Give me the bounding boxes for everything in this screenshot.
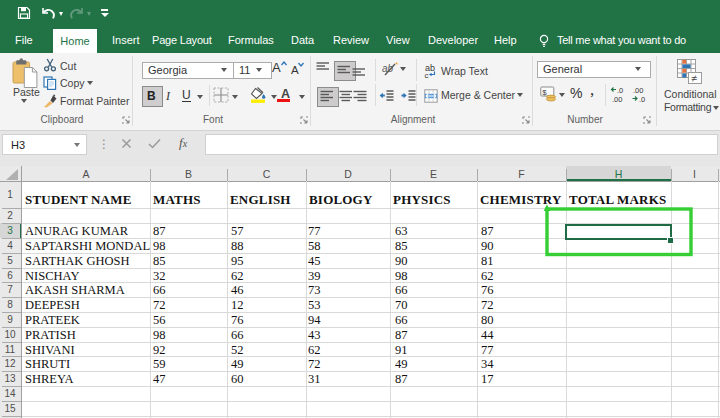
svg-text:.00: .00 xyxy=(612,95,622,104)
svg-text:c: c xyxy=(425,71,429,79)
svg-text:$: $ xyxy=(542,88,547,97)
svg-text:≠: ≠ xyxy=(692,71,698,83)
svg-text:.00: .00 xyxy=(633,86,643,95)
svg-text:.0: .0 xyxy=(617,86,623,95)
svg-text:.0: .0 xyxy=(639,95,645,104)
